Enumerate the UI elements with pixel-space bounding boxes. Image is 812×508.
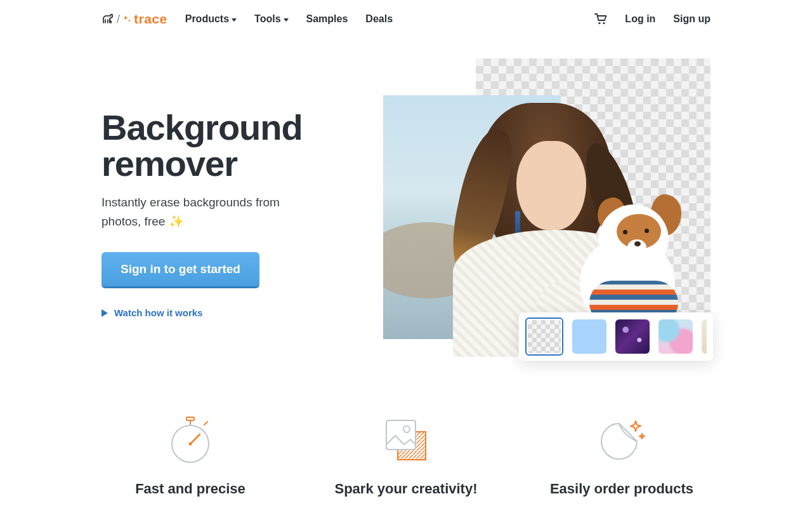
top-nav: / trace Products Tools Samples Deals xyxy=(102,0,710,33)
svg-point-1 xyxy=(603,22,605,24)
sparkle-icon xyxy=(122,15,131,23)
svg-rect-10 xyxy=(386,420,416,450)
feature-title: Easily order products xyxy=(533,481,710,497)
watch-how-it-works-link[interactable]: Watch how it works xyxy=(102,307,381,318)
nav-right: Log in Sign up xyxy=(594,13,710,25)
horse-icon xyxy=(102,14,114,24)
stopwatch-icon xyxy=(102,416,279,464)
nav-tools-label: Tools xyxy=(254,13,280,25)
hero-image xyxy=(383,58,710,339)
hero-section: Background remover Instantly erase backg… xyxy=(102,58,710,318)
signup-label: Sign up xyxy=(673,13,710,25)
login-label: Log in xyxy=(625,13,655,25)
nav-deals-label: Deals xyxy=(365,13,393,25)
feature-title: Spark your creativity! xyxy=(317,481,495,497)
play-icon xyxy=(102,309,108,317)
background-swatch-tray xyxy=(519,312,713,361)
svg-rect-2 xyxy=(187,417,194,420)
nav-samples-label: Samples xyxy=(306,13,348,25)
feature-order-products: Easily order products Download your imag… xyxy=(533,416,710,508)
swatch-pastel-watercolor[interactable] xyxy=(658,319,693,354)
nav-links: Products Tools Samples Deals xyxy=(185,13,393,25)
images-icon xyxy=(317,416,495,464)
nav-products[interactable]: Products xyxy=(185,13,237,25)
hero-copy: Background remover Instantly erase backg… xyxy=(102,58,381,318)
feature-creativity: Spark your creativity! Make your photo s… xyxy=(317,416,495,508)
logo-divider: / xyxy=(117,13,120,26)
sign-in-cta-button[interactable]: Sign in to get started xyxy=(102,252,259,288)
chevron-down-icon xyxy=(284,18,289,22)
feature-title: Fast and precise xyxy=(102,481,279,497)
hero-title-line2: remover xyxy=(102,144,237,184)
nav-products-label: Products xyxy=(185,13,229,25)
cart-icon[interactable] xyxy=(594,13,607,25)
hero-title-line1: Background xyxy=(102,107,303,147)
sticker-sparkle-icon xyxy=(533,416,710,464)
photo-subject xyxy=(440,103,669,339)
svg-line-4 xyxy=(204,422,207,425)
swatch-more[interactable] xyxy=(702,319,707,354)
login-link[interactable]: Log in xyxy=(625,13,655,25)
watch-label: Watch how it works xyxy=(114,307,202,318)
features-row: Fast and precise Upload your image to au… xyxy=(102,416,710,508)
feature-fast-precise: Fast and precise Upload your image to au… xyxy=(102,416,279,508)
brand-logo[interactable]: / trace xyxy=(102,11,167,27)
hero-subtitle: Instantly erase backgrounds from photos,… xyxy=(102,193,304,231)
nav-samples[interactable]: Samples xyxy=(306,13,348,25)
svg-line-7 xyxy=(190,434,200,444)
signup-link[interactable]: Sign up xyxy=(673,13,710,25)
nav-deals[interactable]: Deals xyxy=(365,13,393,25)
brand-name: trace xyxy=(134,11,167,27)
swatch-light-blue[interactable] xyxy=(572,319,606,354)
swatch-galaxy[interactable] xyxy=(615,319,650,354)
nav-tools[interactable]: Tools xyxy=(254,13,288,25)
swatch-transparent[interactable] xyxy=(525,318,563,356)
chevron-down-icon xyxy=(232,18,237,22)
hero-title: Background remover xyxy=(102,109,381,182)
svg-point-0 xyxy=(599,22,601,24)
